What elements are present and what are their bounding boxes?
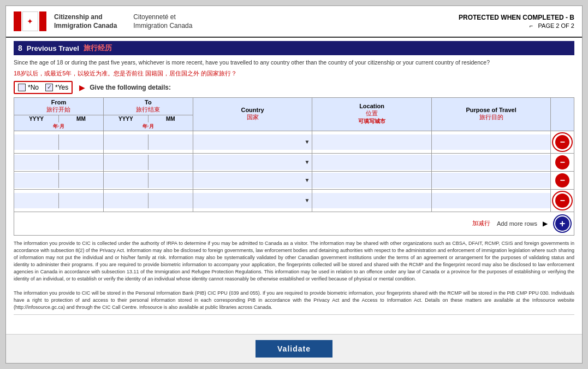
country-label-zh: 国家 <box>247 114 259 120</box>
to-mm-cell-2[interactable] <box>149 155 193 170</box>
from-mm-cell-3[interactable] <box>59 173 103 188</box>
purpose-cell-2[interactable] <box>431 153 551 171</box>
col-location: Location 位置 可填写城市 <box>312 97 432 131</box>
country-select-1[interactable] <box>193 134 312 150</box>
from-yyyy-cell-3[interactable] <box>14 173 59 188</box>
action-cell-1[interactable]: − <box>551 131 574 153</box>
from-mm-input-2[interactable] <box>59 155 103 170</box>
country-cell-1[interactable]: ▼ <box>193 131 312 153</box>
to-yyyy-cell-2[interactable] <box>104 155 149 170</box>
to-yyyy-cell-3[interactable] <box>104 173 149 188</box>
from-yyyy-cell-1[interactable] <box>14 134 59 150</box>
purpose-cell-4[interactable] <box>431 189 551 212</box>
country-select-2[interactable] <box>193 155 312 170</box>
radio-no-label: *No <box>28 84 39 91</box>
radio-no[interactable]: *No <box>18 84 39 91</box>
from-mm-cell-4[interactable] <box>59 193 103 208</box>
add-row-btn[interactable]: + <box>555 216 569 231</box>
country-cell-2[interactable]: ▼ <box>193 153 312 171</box>
to-mm-cell-1[interactable] <box>149 134 193 150</box>
action-cell-2[interactable]: − <box>551 153 574 171</box>
radio-no-box[interactable] <box>18 84 26 91</box>
location-input-4[interactable] <box>312 193 431 208</box>
radio-group: *No ✓ *Yes <box>14 81 73 94</box>
page-container: ✦ Citizenship and Immigration Canada Cit… <box>5 5 583 364</box>
location-input-2[interactable] <box>312 155 431 170</box>
radio-yes[interactable]: ✓ *Yes <box>45 84 68 91</box>
to-mm-cell-4[interactable] <box>149 193 193 208</box>
to-yyyy-input-1[interactable] <box>104 134 148 150</box>
section8-header: 8 Previous Travel 旅行经历 <box>14 41 574 55</box>
from-date-cell-4 <box>14 189 104 212</box>
to-yyyy-cell-1[interactable] <box>104 134 149 150</box>
from-mm-input-1[interactable] <box>59 134 103 150</box>
radio-row: *No ✓ *Yes ▶ Give the following details: <box>14 81 574 94</box>
location-cell-2[interactable] <box>312 153 432 171</box>
to-mm-input-1[interactable] <box>149 134 193 150</box>
from-mm-input-4[interactable] <box>59 193 103 208</box>
location-cell-3[interactable] <box>312 171 432 189</box>
radio-yes-box[interactable]: ✓ <box>45 84 53 91</box>
org-name-english: Citizenship and Immigration Canada <box>54 13 117 30</box>
from-label-zh: 旅行开始 <box>15 106 102 114</box>
question-text-en: Since the age of 18 or during the past f… <box>14 58 574 67</box>
table-row: ▼ <box>14 171 574 189</box>
country-cell-3[interactable]: ▼ <box>193 171 312 189</box>
add-more-label: Add more rows <box>497 220 537 227</box>
remove-row-btn-1[interactable]: − <box>555 135 569 149</box>
purpose-input-4[interactable] <box>432 193 551 208</box>
to-yyyy-cell-4[interactable] <box>104 193 149 208</box>
org-line2-fr: Immigration Canada <box>133 22 192 30</box>
country-cell-4[interactable]: ▼ <box>193 189 312 212</box>
remove-row-btn-3[interactable]: − <box>555 173 569 188</box>
give-details-label: Give the following details: <box>90 84 171 91</box>
header-right: PROTECTED WHEN COMPLETED - B ⌐ PAGE 2 OF… <box>459 14 574 29</box>
to-mm-input-2[interactable] <box>149 155 193 170</box>
purpose-input-1[interactable] <box>432 134 551 150</box>
protected-label: PROTECTED WHEN COMPLETED - B <box>459 14 574 21</box>
action-cell-4[interactable]: − <box>551 189 574 212</box>
location-input-3[interactable] <box>312 173 431 188</box>
purpose-input-2[interactable] <box>432 155 551 170</box>
table-header-row: From 旅行开始 YYYY MM 年·月 <box>14 97 574 131</box>
action-cell-3[interactable]: − <box>551 171 574 189</box>
purpose-cell-3[interactable] <box>431 171 551 189</box>
from-yyyy-input-1[interactable] <box>14 134 58 150</box>
to-mm-cell-3[interactable] <box>149 173 193 188</box>
travel-table: From 旅行开始 YYYY MM 年·月 <box>14 97 574 212</box>
org-line1-fr: Citoyenneté et <box>133 13 192 21</box>
add-more-remove-circle: + <box>553 214 572 233</box>
flag-white-center: ✦ <box>22 11 38 31</box>
footer: Validate <box>6 334 582 363</box>
to-yyyy-input-3[interactable] <box>104 173 148 188</box>
purpose-cell-1[interactable] <box>431 131 551 153</box>
remove-row-btn-2[interactable]: − <box>555 155 569 169</box>
validate-button[interactable]: Validate <box>256 340 332 358</box>
to-yyyy-input-2[interactable] <box>104 155 148 170</box>
add-more-row-bar: 加减行 Add more rows ▶ + <box>14 212 574 236</box>
from-yyyy-input-2[interactable] <box>14 155 58 170</box>
to-date-cell-4 <box>103 189 193 212</box>
country-select-4[interactable] <box>193 193 312 208</box>
to-yyyy-input-4[interactable] <box>104 193 148 208</box>
from-yyyy-input-3[interactable] <box>14 173 58 188</box>
location-input-1[interactable] <box>312 134 431 150</box>
from-yyyy-cell-2[interactable] <box>14 155 59 170</box>
to-date-cell-3 <box>103 171 193 189</box>
from-mm-input-3[interactable] <box>59 173 103 188</box>
location-cell-1[interactable] <box>312 131 432 153</box>
page-number: PAGE 2 OF 2 <box>538 22 574 29</box>
from-yyyy-cell-4[interactable] <box>14 193 59 208</box>
from-mm-cell-2[interactable] <box>59 155 103 170</box>
from-date-cell-1 <box>14 131 104 153</box>
location-cell-4[interactable] <box>312 189 432 212</box>
to-mm-input-4[interactable] <box>149 193 193 208</box>
section-title-en: Previous Travel <box>27 44 79 52</box>
from-yyyy-input-4[interactable] <box>14 193 58 208</box>
purpose-input-3[interactable] <box>432 173 551 188</box>
main-content: 8 Previous Travel 旅行经历 Since the age of … <box>6 38 582 334</box>
from-mm-cell-1[interactable] <box>59 134 103 150</box>
to-mm-input-3[interactable] <box>149 173 193 188</box>
country-select-3[interactable] <box>193 173 312 188</box>
remove-row-btn-4[interactable]: − <box>555 194 569 208</box>
